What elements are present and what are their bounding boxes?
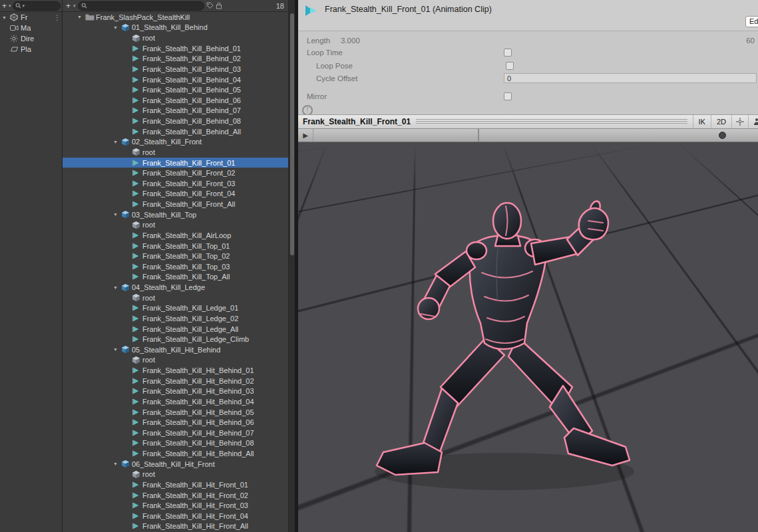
tree-row[interactable]: root: [63, 469, 288, 480]
preview-drag-grip[interactable]: [416, 119, 687, 125]
lock-icon[interactable]: [216, 2, 222, 9]
foldout-caret[interactable]: ▼: [113, 140, 121, 144]
project-search-input[interactable]: [78, 1, 204, 11]
tree-row[interactable]: Frank_Stealth_Kill_Ledge_01: [63, 303, 288, 314]
chevron-down-icon[interactable]: ▾: [9, 3, 11, 9]
add-object-button[interactable]: +: [1, 3, 7, 9]
tree-row[interactable]: Frank_Stealth_Kill_Top_All: [63, 272, 288, 283]
preview-playbar[interactable]: ▶: [298, 129, 758, 142]
loop-time-checkbox[interactable]: [504, 49, 512, 57]
2d-toggle-button[interactable]: 2D: [711, 115, 731, 128]
tree-row[interactable]: Frank_Stealth_Kill_Hit_Front_03: [63, 500, 288, 511]
tree-row[interactable]: Frank_Stealth_Kill_Hit_Front_All: [63, 521, 288, 532]
tree-row[interactable]: Frank_Stealth_Kill_Front_02: [63, 168, 288, 178]
tree-row[interactable]: Frank_Stealth_Kill_Hit_Behind_04: [63, 396, 288, 407]
tree-row[interactable]: Frank_Stealth_Kill_Top_03: [63, 261, 288, 272]
tree-row[interactable]: Frank_Stealth_Kill_Behind_03: [63, 64, 288, 74]
tree-row[interactable]: Frank_Stealth_Kill_Behind_All: [63, 126, 288, 137]
tree-row[interactable]: Frank_Stealth_Kill_Hit_Behind_08: [63, 438, 288, 449]
tree-row[interactable]: Frank_Stealth_Kill_Hit_Behind_03: [63, 386, 288, 397]
tree-row[interactable]: Frank_Stealth_Kill_Ledge_All: [63, 324, 288, 334]
tree-row[interactable]: ▼04_Stealth_Kill_Ledge: [63, 282, 288, 293]
character-model[interactable]: [298, 142, 758, 532]
playhead-knob[interactable]: [719, 132, 726, 139]
tree-row[interactable]: root: [63, 293, 288, 303]
tree-row[interactable]: root: [63, 33, 288, 43]
edit-button[interactable]: Ed: [745, 16, 758, 27]
search-filter-caret-icon[interactable]: ▾: [23, 3, 25, 9]
pivot-icon[interactable]: [731, 115, 748, 128]
tree-row[interactable]: Frank_Stealth_Kill_Hit_Behind_01: [63, 365, 288, 376]
tree-row[interactable]: Frank_Stealth_Kill_Top_02: [63, 251, 288, 261]
tree-row[interactable]: Frank_Stealth_Kill_Behind_06: [63, 95, 288, 106]
tree-row[interactable]: Frank_Stealth_Kill_Behind_05: [63, 84, 288, 95]
clip-icon: [132, 76, 142, 84]
tree-row[interactable]: Frank_Stealth_Kill_Top_01: [63, 241, 288, 251]
foldout-caret[interactable]: ▼: [113, 25, 121, 30]
tree-row-label: Frank_Stealth_Kill_Hit_Behind_02: [142, 377, 254, 385]
loop-pose-checkbox[interactable]: [506, 62, 514, 70]
inspector-header: Frank_Stealth_Kill_Front_01 (Animation C…: [298, 0, 758, 31]
scene-row[interactable]: ▼ Fr ⋮: [0, 12, 62, 23]
tree-row[interactable]: Frank_Stealth_Kill_Behind_08: [63, 116, 288, 126]
foldout-caret[interactable]: ▼: [113, 285, 121, 290]
tree-row[interactable]: Frank_Stealth_Kill_AirLoop: [63, 230, 288, 241]
ik-toggle-button[interactable]: IK: [693, 115, 711, 128]
tree-row[interactable]: Frank_Stealth_Kill_Ledge_02: [63, 313, 288, 324]
mirror-checkbox[interactable]: [504, 92, 512, 100]
tree-row-label: 04_Stealth_Kill_Ledge: [132, 283, 205, 291]
foldout-caret[interactable]: ▼: [77, 15, 85, 19]
play-button[interactable]: ▶: [298, 129, 313, 142]
foldout-caret[interactable]: ▼: [113, 347, 121, 352]
tree-row[interactable]: Frank_Stealth_Kill_Hit_Front_01: [63, 479, 288, 490]
tree-row[interactable]: root: [63, 355, 288, 366]
tree-row[interactable]: Frank_Stealth_Kill_Behind_02: [63, 54, 288, 65]
tree-row[interactable]: Frank_Stealth_Kill_Front_03: [63, 178, 288, 189]
scrollbar-thumb[interactable]: [290, 13, 294, 255]
clip-icon: [132, 96, 142, 104]
avatar-icon[interactable]: [748, 115, 758, 128]
tree-row[interactable]: ▼Frank_SlashPack_StealthKill: [63, 12, 288, 23]
tree-row[interactable]: ▼01_Stealth_Kill_Behind: [63, 23, 288, 33]
foldout-caret[interactable]: ▼: [113, 462, 121, 466]
preview-viewport[interactable]: [298, 142, 758, 532]
asset-label-icon[interactable]: [206, 2, 214, 9]
foldout-caret[interactable]: ▼: [2, 15, 7, 20]
tree-row-label: Frank_Stealth_Kill_Top_01: [142, 242, 230, 250]
tree-row[interactable]: Frank_Stealth_Kill_Hit_Behind_07: [63, 428, 288, 438]
cube-icon: [132, 356, 142, 364]
tree-row[interactable]: root: [63, 147, 288, 158]
tree-row[interactable]: Frank_Stealth_Kill_Hit_Front_02: [63, 490, 288, 501]
hierarchy-item-main-camera[interactable]: Ma: [0, 23, 62, 33]
tree-row[interactable]: Frank_Stealth_Kill_Front_04: [63, 189, 288, 200]
tree-row[interactable]: Frank_Stealth_Kill_Behind_01: [63, 43, 288, 54]
tree-row[interactable]: Frank_Stealth_Kill_Behind_04: [63, 74, 288, 85]
tree-row[interactable]: Frank_Stealth_Kill_Hit_Behind_05: [63, 407, 288, 418]
tree-row[interactable]: ▼02_Stealth_Kill_Front: [63, 137, 288, 148]
hierarchy-search-input[interactable]: ▾: [13, 1, 61, 11]
hierarchy-item-plane[interactable]: Pla: [0, 44, 62, 55]
tree-row[interactable]: Frank_Stealth_Kill_Behind_07: [63, 106, 288, 116]
cycle-offset-field[interactable]: 0: [504, 73, 757, 83]
scene-options-icon[interactable]: ⋮: [54, 14, 62, 21]
chevron-down-icon[interactable]: ▾: [73, 3, 76, 9]
project-toolbar: + ▾ 18: [63, 0, 288, 12]
tree-row[interactable]: ▼03_Stealth_Kill_Top: [63, 209, 288, 220]
hierarchy-item-directional-light[interactable]: Dire: [0, 33, 62, 44]
tree-row[interactable]: Frank_Stealth_Kill_Hit_Behind_All: [63, 448, 288, 459]
tree-row[interactable]: Frank_Stealth_Kill_Front_All: [63, 199, 288, 209]
cube-icon: [132, 221, 142, 229]
add-asset-button[interactable]: +: [65, 3, 71, 9]
preview-titlebar[interactable]: Frank_Stealth_Kill_Front_01 IK 2D: [298, 114, 758, 129]
prefab-icon: [121, 138, 132, 146]
tree-row[interactable]: ▼06_Stealth_Kill_Hit_Front: [63, 459, 288, 469]
tree-row[interactable]: Frank_Stealth_Kill_Hit_Behind_06: [63, 417, 288, 428]
tree-row[interactable]: Frank_Stealth_Kill_Front_01: [63, 158, 288, 168]
tree-row[interactable]: ▼05_Stealth_Kill_Hit_Behind: [63, 344, 288, 355]
tree-row-label: Frank_Stealth_Kill_AirLoop: [142, 231, 231, 239]
tree-row[interactable]: Frank_Stealth_Kill_Hit_Front_04: [63, 511, 288, 521]
tree-row[interactable]: Frank_Stealth_Kill_Hit_Behind_02: [63, 376, 288, 386]
tree-row[interactable]: Frank_Stealth_Kill_Ledge_Climb: [63, 334, 288, 344]
tree-row[interactable]: root: [63, 220, 288, 231]
foldout-caret[interactable]: ▼: [113, 212, 121, 217]
